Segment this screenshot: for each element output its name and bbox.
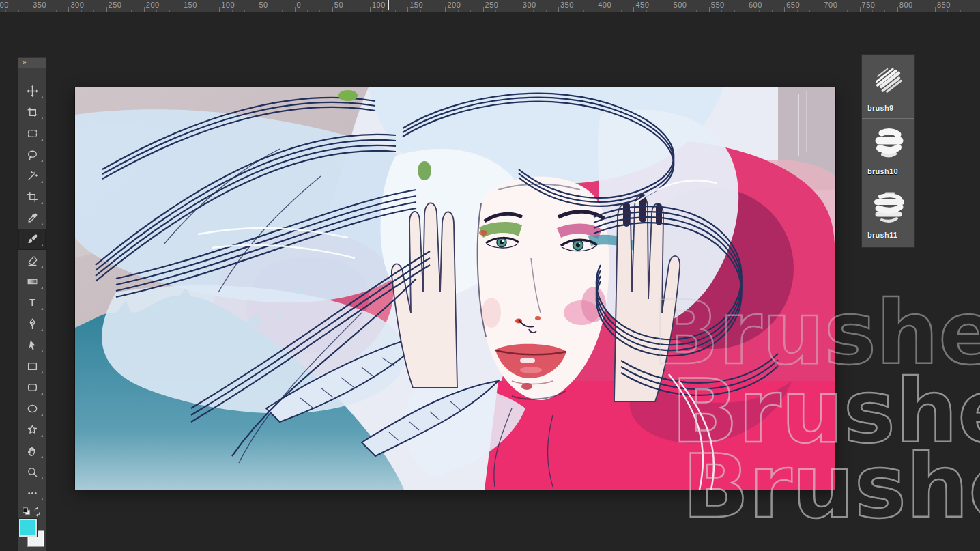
magic-wand-tool-icon — [27, 170, 38, 182]
ruler-label: 650 — [786, 1, 800, 9]
lasso-tool-icon — [27, 149, 38, 160]
brush-preset-brush10[interactable]: brush10 — [862, 118, 914, 180]
tool-list: T — [18, 68, 46, 504]
ruler-label: 100 — [221, 1, 235, 9]
brush-preset-brush11[interactable]: brush11 — [862, 182, 914, 243]
lasso-tool[interactable] — [18, 144, 46, 165]
eyedropper-tool-icon — [27, 212, 38, 224]
zoom-tool-icon — [27, 466, 38, 478]
horizontal-ruler[interactable]: 4003503002502001501005005010015020025030… — [0, 0, 980, 12]
crop-tool-icon — [27, 191, 38, 203]
rectangular-marquee-tool[interactable] — [18, 123, 46, 144]
double-chevron-icon: » — [23, 59, 27, 66]
ruler-label: 700 — [824, 1, 837, 9]
brush-preset-label: brush10 — [867, 167, 909, 175]
photoshop-workspace: 4003503002502001501005005010015020025030… — [0, 0, 980, 551]
gradient-tool[interactable] — [18, 271, 46, 292]
ellipse-tool-icon — [27, 403, 38, 414]
gradient-tool-icon — [27, 276, 38, 287]
brush-tool[interactable] — [18, 229, 46, 250]
hand-tool[interactable] — [18, 440, 46, 462]
eraser-tool-icon — [27, 255, 38, 266]
move-tool[interactable] — [18, 81, 46, 102]
brush-preset-label: brush9 — [867, 104, 909, 112]
swap-colors-icon[interactable] — [32, 507, 42, 517]
brush-preset-label: brush11 — [867, 231, 909, 239]
brush-stroke-thumbnail — [868, 122, 909, 165]
ruler-label: 200 — [447, 1, 461, 9]
ruler-label: 300 — [70, 1, 84, 9]
brush-tool-icon — [27, 234, 38, 245]
rectangular-marquee-tool-icon — [27, 128, 38, 139]
type-tool-icon: T — [27, 297, 38, 309]
ruler-label: 0 — [297, 1, 302, 9]
rectangle-tool[interactable] — [18, 356, 46, 377]
eyedropper-tool[interactable] — [18, 208, 46, 229]
rectangle-tool-icon — [27, 361, 38, 372]
ruler-label: 150 — [184, 1, 197, 9]
pen-tool[interactable] — [18, 313, 46, 335]
foreground-color-swatch[interactable] — [19, 519, 37, 537]
ruler-label: 450 — [635, 1, 649, 9]
type-tool[interactable]: T — [18, 292, 46, 313]
custom-shape-tool-icon — [27, 424, 38, 436]
ruler-label: 600 — [749, 1, 762, 9]
rounded-rectangle-tool-icon — [27, 382, 38, 393]
eraser-tool[interactable] — [18, 250, 46, 271]
ruler-label: 50 — [259, 1, 268, 9]
ruler-label: 500 — [674, 1, 687, 9]
color-controls — [18, 504, 46, 517]
ruler-label: 250 — [109, 1, 122, 9]
rounded-rectangle-tool[interactable] — [18, 377, 46, 398]
tools-panel: » T — [18, 58, 46, 551]
canvas-artwork — [75, 87, 835, 490]
brush-stroke-thumbnail — [868, 59, 909, 101]
ruler-label: 550 — [711, 1, 725, 9]
ruler-label: 250 — [485, 1, 499, 9]
ellipse-tool[interactable] — [18, 398, 46, 419]
canvas[interactable] — [75, 87, 835, 490]
ruler-label: 50 — [334, 1, 343, 9]
color-swatches — [18, 518, 46, 551]
more-tools-icon — [27, 488, 38, 499]
brush-presets-panel: brush9brush10brush11 — [862, 55, 914, 247]
ruler-label: 400 — [0, 1, 9, 9]
hand-tool-icon — [27, 445, 38, 457]
artboard-tool[interactable] — [18, 102, 46, 123]
direct-selection-tool-icon — [27, 339, 38, 351]
direct-selection-tool[interactable] — [18, 335, 46, 356]
ruler-label: 400 — [598, 1, 611, 9]
ruler-label: 100 — [372, 1, 386, 9]
ruler-label: 750 — [862, 1, 876, 9]
magic-wand-tool[interactable] — [18, 165, 46, 186]
ruler-label: 150 — [409, 1, 423, 9]
more-tools[interactable] — [18, 483, 46, 504]
crop-tool[interactable] — [18, 186, 46, 208]
pen-tool-icon — [27, 318, 38, 330]
svg-text:T: T — [29, 297, 35, 308]
collapse-panel-button[interactable]: » — [18, 58, 46, 68]
ruler-label: 800 — [899, 1, 913, 9]
ruler-label: 850 — [937, 1, 951, 9]
default-colors-icon[interactable] — [22, 507, 32, 517]
move-tool-icon — [27, 85, 38, 97]
ruler-cursor-marker — [388, 0, 389, 10]
custom-shape-tool[interactable] — [18, 419, 46, 440]
brush-stroke-thumbnail — [868, 186, 909, 228]
ruler-label: 200 — [146, 1, 160, 9]
ruler-label: 350 — [560, 1, 574, 9]
ruler-label: 350 — [33, 1, 46, 9]
zoom-tool[interactable] — [18, 462, 46, 483]
brush-preset-brush9[interactable]: brush9 — [862, 57, 914, 116]
ruler-label: 300 — [523, 1, 536, 9]
artboard-tool-icon — [27, 107, 38, 118]
